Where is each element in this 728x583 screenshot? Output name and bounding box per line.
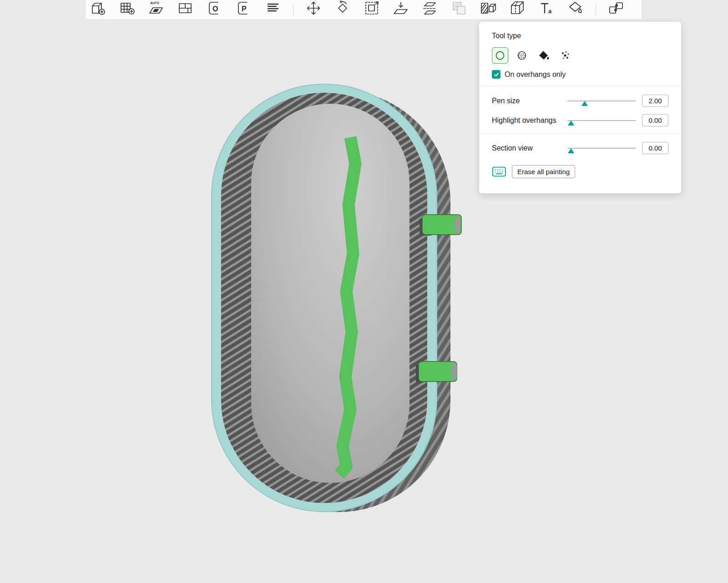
model-tab-bottom[interactable]: [416, 362, 457, 382]
tool-sphere-brush[interactable]: [514, 47, 530, 64]
plate-p-icon[interactable]: P: [235, 0, 253, 17]
section-view-slider[interactable]: [567, 148, 636, 149]
pen-size-label: Pen size: [492, 97, 567, 105]
highlight-overhangs-label: Highlight overhangs: [492, 116, 567, 125]
svg-text:P: P: [242, 5, 247, 13]
highlight-overhangs-slider-thumb[interactable]: [568, 121, 574, 126]
add-object-icon[interactable]: [89, 0, 107, 17]
overhangs-only-label: On overhangs only: [505, 70, 566, 79]
keyboard-shortcut-icon[interactable]: [492, 166, 506, 177]
highlight-overhangs-input[interactable]: [642, 114, 668, 126]
move-icon[interactable]: [304, 0, 323, 17]
tool-circle-brush[interactable]: [492, 47, 508, 64]
support-paint-icon[interactable]: [479, 0, 497, 17]
erase-row: Erase all painting: [492, 165, 668, 178]
object-list-icon[interactable]: [264, 0, 282, 17]
highlight-overhangs-slider[interactable]: [567, 120, 636, 121]
place-on-face-icon[interactable]: [392, 0, 410, 17]
viewport-3d-model[interactable]: [200, 68, 473, 523]
section-view-slider-thumb[interactable]: [568, 148, 574, 153]
pattern-icon: [450, 0, 468, 17]
toolbar-separator: [293, 4, 293, 15]
section-view-input[interactable]: [642, 142, 668, 154]
split-layout-icon[interactable]: [177, 0, 195, 17]
slicer-app: AUTO O P: [0, 0, 728, 583]
add-plate-icon[interactable]: [118, 0, 136, 17]
tool-type-row: [492, 47, 668, 64]
panel-divider: [479, 86, 681, 87]
fill-bucket-icon: [538, 50, 550, 61]
highlight-overhangs-row: Highlight overhangs: [492, 114, 668, 126]
color-paint-icon[interactable]: [566, 0, 585, 17]
text-tool-icon[interactable]: a: [537, 0, 556, 17]
pen-size-input[interactable]: [642, 95, 668, 107]
tool-fill-bucket[interactable]: [536, 47, 552, 64]
rotate-icon[interactable]: [334, 0, 352, 17]
paint-tool-panel: Tool type: [479, 22, 681, 193]
toolbar-separator: [596, 4, 596, 15]
plate-o-icon[interactable]: O: [206, 0, 224, 17]
pen-size-row: Pen size: [492, 95, 668, 107]
seam-icon[interactable]: [508, 0, 526, 17]
model-interior[interactable]: [251, 104, 410, 483]
assembly-icon[interactable]: [607, 0, 625, 17]
top-toolbar: AUTO O P: [86, 0, 642, 19]
panel-title: Tool type: [492, 32, 668, 40]
circle-brush-icon: [495, 50, 505, 60]
model-tab-top[interactable]: [420, 215, 461, 236]
svg-text:a: a: [548, 8, 552, 15]
section-view-row: Section view: [492, 142, 668, 154]
checkbox-checked-icon[interactable]: [492, 70, 500, 79]
overhangs-only-checkbox[interactable]: On overhangs only: [492, 70, 668, 79]
gap-fill-icon: [561, 50, 571, 60]
scale-icon[interactable]: [363, 0, 381, 17]
pen-size-slider-thumb[interactable]: [581, 101, 588, 106]
svg-text:AUTO: AUTO: [150, 1, 159, 5]
cut-icon[interactable]: [421, 0, 439, 17]
auto-arrange-icon[interactable]: AUTO: [147, 0, 166, 17]
pen-size-slider[interactable]: [567, 101, 636, 101]
section-view-label: Section view: [492, 144, 567, 152]
svg-text:O: O: [212, 5, 218, 13]
erase-all-painting-button[interactable]: Erase all painting: [512, 165, 575, 178]
tool-gap-fill[interactable]: [557, 47, 574, 64]
panel-divider: [479, 134, 681, 134]
sphere-brush-icon: [517, 50, 527, 60]
